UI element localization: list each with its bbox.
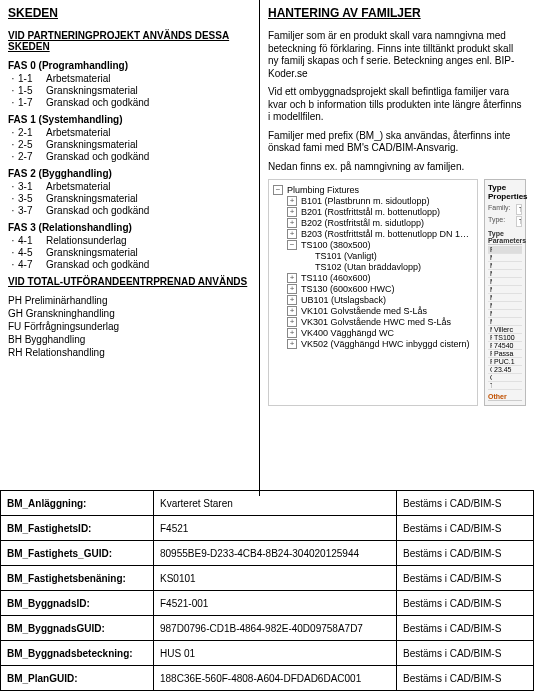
tree-node[interactable]: B203 (Rostfrittstål m. bottenutlopp DN 1… bbox=[273, 229, 473, 239]
tree-node[interactable]: TS101 (Vanligt) bbox=[273, 251, 473, 261]
table-row: BM_FastighetsID:F4521Bestäms i CAD/BIM-S bbox=[1, 516, 534, 541]
collapse-icon[interactable] bbox=[273, 185, 283, 195]
param-value[interactable] bbox=[492, 374, 522, 381]
param-value[interactable]: Villerc bbox=[492, 326, 522, 333]
fas3-title: FAS 3 (Relationshandling) bbox=[8, 222, 251, 233]
table-row: BM_Byggnadsbeteckning:HUS 01Bestäms i CA… bbox=[1, 641, 534, 666]
param-row: RKL_Produkt_UnderlagPassa bbox=[488, 350, 522, 358]
left-title: SKEDEN bbox=[8, 6, 251, 20]
param-row: MC Description Long bbox=[488, 310, 522, 318]
tree-node[interactable]: TS102 (Utan bräddavlopp) bbox=[273, 262, 473, 272]
param-value[interactable]: PUC.1 bbox=[492, 358, 522, 365]
param-value[interactable] bbox=[492, 254, 522, 261]
prop-source: Bestäms i CAD/BIM-S bbox=[397, 541, 534, 566]
family-value[interactable]: TS100 (380x500) bbox=[516, 204, 522, 215]
prop-key: BM_Anläggning: bbox=[1, 491, 154, 516]
list-item: ·2-5Granskningsmaterial bbox=[8, 139, 251, 150]
expand-icon[interactable] bbox=[287, 196, 297, 206]
param-value[interactable] bbox=[492, 382, 522, 389]
tree-label: B203 (Rostfrittstål m. bottenutlopp DN 1… bbox=[301, 229, 473, 239]
tree-node[interactable]: VK400 Vägghängd WC bbox=[273, 328, 473, 338]
param-value[interactable]: Passa bbox=[492, 350, 522, 357]
param-row: MC Product Variable 5 bbox=[488, 294, 522, 302]
prop-source: Bestäms i CAD/BIM-S bbox=[397, 616, 534, 641]
expand-icon[interactable] bbox=[287, 339, 297, 349]
tree-node[interactable]: B101 (Plastbrunn m. sidoutlopp) bbox=[273, 196, 473, 206]
tree-node[interactable]: B201 (Rostfrittstål m. bottenutlopp) bbox=[273, 207, 473, 217]
top-section: SKEDEN VID PARTNERINGPROJEKT ANVÄNDS DES… bbox=[0, 0, 534, 496]
type-value[interactable]: TS101 (Vanligt) bbox=[516, 216, 522, 227]
param-value[interactable] bbox=[492, 318, 522, 325]
collapse-icon[interactable] bbox=[287, 240, 297, 250]
param-row: MC Product Variable 4 bbox=[488, 286, 522, 294]
param-value[interactable] bbox=[492, 270, 522, 277]
param-value[interactable] bbox=[492, 278, 522, 285]
param-value[interactable]: TS100 bbox=[492, 334, 522, 341]
prop-source: Bestäms i CAD/BIM-S bbox=[397, 566, 534, 591]
prop-key: BM_Fastighetsbenäning: bbox=[1, 566, 154, 591]
simple-list: PH Preliminärhandling GH Granskninghandl… bbox=[8, 295, 251, 358]
param-value[interactable] bbox=[492, 262, 522, 269]
param-value[interactable] bbox=[492, 310, 522, 317]
expand-icon[interactable] bbox=[287, 273, 297, 283]
para-1: Familjer som är en produkt skall vara na… bbox=[268, 30, 526, 80]
tree-node[interactable]: VK502 (Vägghängd HWC inbyggd cistern) bbox=[273, 339, 473, 349]
expand-icon[interactable] bbox=[287, 207, 297, 217]
tree-label: VK502 (Vägghängd HWC inbyggd cistern) bbox=[301, 339, 470, 349]
list-item: ·3-5Granskningsmaterial bbox=[8, 193, 251, 204]
tree-panel: Plumbing Fixtures B101 (Plastbrunn m. si… bbox=[268, 179, 478, 406]
prop-value: 987D0796-CD1B-4864-982E-40D09758A7D7 bbox=[154, 616, 397, 641]
prop-source: Bestäms i CAD/BIM-S bbox=[397, 516, 534, 541]
param-row: RKL_Produkt_BSABwrPUC.1 bbox=[488, 358, 522, 366]
properties-table: BM_Anläggning:Kvarteret StarenBestäms i … bbox=[0, 490, 534, 691]
expand-icon[interactable] bbox=[287, 295, 297, 305]
tree-label: TS130 (600x600 HWC) bbox=[301, 284, 395, 294]
tree-label: TS102 (Utan bräddavlopp) bbox=[315, 262, 421, 272]
list-item: ·4-1Relationsunderlag bbox=[8, 235, 251, 246]
expand-icon[interactable] bbox=[287, 306, 297, 316]
fas0: FAS 0 (Programhandling) ·1-1Arbetsmateri… bbox=[8, 60, 251, 108]
expand-icon[interactable] bbox=[287, 317, 297, 327]
expand-icon[interactable] bbox=[287, 284, 297, 294]
param-row: MC Product_TillverkareVillerc bbox=[488, 326, 522, 334]
props-title: Type Properties bbox=[488, 183, 522, 201]
expand-icon[interactable] bbox=[287, 218, 297, 228]
expand-icon[interactable] bbox=[287, 328, 297, 338]
tree-root[interactable]: Plumbing Fixtures bbox=[273, 185, 473, 195]
table-row: BM_Fastighets_GUID:80955BE9-D233-4CB4-8B… bbox=[1, 541, 534, 566]
param-value[interactable] bbox=[492, 294, 522, 301]
table-row: BM_ByggnadsID:F4521-001Bestäms i CAD/BIM… bbox=[1, 591, 534, 616]
tree-label: B101 (Plastbrunn m. sidoutlopp) bbox=[301, 196, 430, 206]
type-properties-panel: Type Properties Family:TS100 (380x500) T… bbox=[484, 179, 526, 406]
tree-node[interactable]: UB101 (Utslagsback) bbox=[273, 295, 473, 305]
param-value[interactable]: 74540 bbox=[492, 342, 522, 349]
tree-node[interactable]: TS130 (600x600 HWC) bbox=[273, 284, 473, 294]
list-item: ·3-7Granskad och godkänd bbox=[8, 205, 251, 216]
fas2-title: FAS 2 (Bygghandling) bbox=[8, 168, 251, 179]
left-sub2: VID TOTAL-UTFÖRANDEENTRPRENAD ANVÄNDS bbox=[8, 276, 251, 287]
param-row: MC Description Short bbox=[488, 318, 522, 326]
list-item: ·1-1Arbetsmaterial bbox=[8, 73, 251, 84]
list-item: BH Bygghandling bbox=[8, 334, 251, 345]
param-row: MC Product Variable 2 bbox=[488, 270, 522, 278]
tree-node[interactable]: VK101 Golvstående med S-Lås bbox=[273, 306, 473, 316]
param-row: OmniClass Number23.45 bbox=[488, 366, 522, 374]
param-value[interactable] bbox=[492, 286, 522, 293]
tree-node[interactable]: TS110 (460x600) bbox=[273, 273, 473, 283]
tree-node[interactable]: TS100 (380x500) bbox=[273, 240, 473, 250]
param-value[interactable] bbox=[492, 302, 522, 309]
prop-key: BM_FastighetsID: bbox=[1, 516, 154, 541]
expand-icon[interactable] bbox=[287, 229, 297, 239]
param-value[interactable]: 23.45 bbox=[492, 366, 522, 373]
right-title: HANTERING AV FAMILJER bbox=[268, 6, 526, 20]
param-row: MC Product Variable 3 bbox=[488, 278, 522, 286]
para-3: Familjer med prefix (BM_) ska användas, … bbox=[268, 130, 526, 155]
screenshot-row: Plumbing Fixtures B101 (Plastbrunn m. si… bbox=[268, 179, 526, 406]
list-item: ·3-1Arbetsmaterial bbox=[8, 181, 251, 192]
tree-label: UB101 (Utslagsback) bbox=[301, 295, 386, 305]
fas0-title: FAS 0 (Programhandling) bbox=[8, 60, 251, 71]
tree-label: TS110 (460x600) bbox=[301, 273, 371, 283]
tree-node[interactable]: B202 (Rostfritstål m. sidutlopp) bbox=[273, 218, 473, 228]
type-label: Type: bbox=[488, 216, 516, 227]
tree-node[interactable]: VK301 Golvstående HWC med S-Lås bbox=[273, 317, 473, 327]
